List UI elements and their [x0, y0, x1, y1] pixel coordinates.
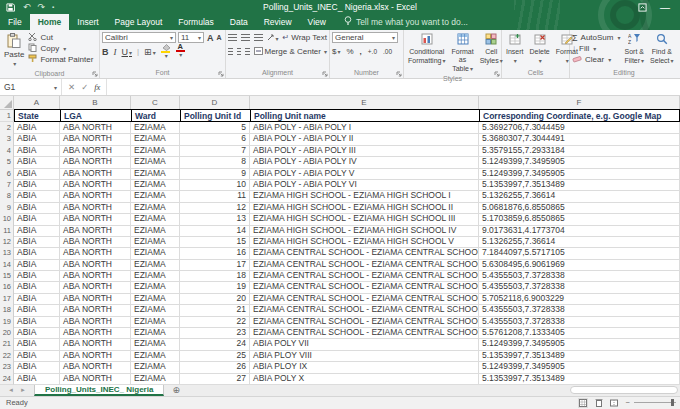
sheet-tab-active[interactable]: Polling_Units_INEC_ Nigeria	[34, 385, 164, 396]
ribbon-tab-file[interactable]: File	[0, 14, 30, 30]
font-color-icon[interactable]: A	[176, 44, 185, 59]
page-layout-view-icon[interactable]	[595, 399, 603, 407]
format-as-table-button[interactable]: Format as Table	[449, 32, 475, 74]
editing-group-label: Editing	[572, 68, 676, 78]
header-cell[interactable]: Ward	[131, 109, 180, 122]
paste-button[interactable]: Paste	[2, 32, 26, 69]
column-header-e[interactable]: E	[250, 96, 479, 110]
column-header-c[interactable]: C	[131, 96, 180, 110]
column-header-b[interactable]: B	[60, 96, 131, 110]
undo-icon[interactable]: ↶	[23, 2, 31, 12]
alignment-dialog-launcher-icon[interactable]	[322, 71, 328, 77]
shrink-font-icon[interactable]: A	[217, 34, 222, 42]
ribbon-tab-view[interactable]: View	[300, 14, 334, 30]
insert-function-icon[interactable]: fx	[94, 82, 100, 92]
ribbon-tab-data[interactable]: Data	[222, 14, 256, 30]
clear-button[interactable]: Clear	[572, 54, 621, 65]
align-top-icon[interactable]	[228, 34, 237, 41]
enter-icon[interactable]: ✓	[81, 82, 88, 92]
tell-me-box[interactable]: Tell me what you want to do...	[344, 16, 468, 30]
merge-center-button[interactable]: Merge & Center	[254, 46, 327, 57]
row-number[interactable]: 24	[0, 373, 14, 385]
grow-font-icon[interactable]: A	[207, 34, 214, 42]
column-header-f[interactable]: F	[479, 96, 680, 110]
percent-icon[interactable]: %	[346, 47, 353, 56]
italic-button[interactable]: I	[114, 47, 117, 57]
decrease-decimal-icon[interactable]: .00	[383, 48, 392, 55]
orientation-icon[interactable]	[267, 33, 279, 43]
save-icon[interactable]	[5, 2, 16, 13]
column-header-d[interactable]: D	[180, 96, 250, 110]
styles-dialog-launcher-icon[interactable]	[494, 71, 500, 77]
accounting-format-icon[interactable]: $	[332, 47, 340, 56]
number-format-combo[interactable]: General	[332, 32, 398, 43]
zoom-slider-handle[interactable]	[671, 399, 674, 406]
autosum-button[interactable]: Σ AutoSum	[572, 32, 621, 43]
sort-filter-button[interactable]: AZ Sort & Filter	[623, 32, 647, 68]
zoom-slider[interactable]: −	[626, 398, 676, 407]
ribbon-tab-home[interactable]: Home	[30, 14, 70, 30]
delete-cells-button[interactable]: Delete	[528, 32, 552, 68]
sheet-nav-left-icon[interactable]: ◄	[8, 387, 14, 393]
wrap-text-button[interactable]: ↵ Wrap Text	[283, 32, 327, 43]
bold-button[interactable]: B	[102, 47, 109, 57]
align-left-icon[interactable]	[228, 48, 233, 55]
ribbon-tab-formulas[interactable]: Formulas	[170, 14, 221, 30]
underline-button[interactable]: U	[122, 47, 133, 57]
ribbon-display-options-icon[interactable]	[637, 2, 648, 13]
sheet-nav-right-icon[interactable]: ►	[20, 387, 26, 393]
qat-customize-icon[interactable]: ▪	[52, 4, 54, 10]
align-middle-icon[interactable]	[241, 34, 250, 41]
cell-lga[interactable]: ABA NORTH	[60, 373, 131, 385]
cell-polling-unit-name[interactable]: ABIA POLY X	[250, 373, 479, 385]
align-right-icon[interactable]	[245, 48, 250, 55]
new-sheet-icon[interactable]: ⊕	[164, 385, 188, 396]
font-name-caret-icon	[169, 33, 173, 42]
select-all-corner[interactable]	[0, 96, 14, 110]
sheet-row: 8 ABIA ABA NORTH EZIAMA 11 EZIAMA HIGH S…	[0, 190, 680, 201]
zoom-out-icon[interactable]: −	[626, 398, 630, 407]
comma-style-icon[interactable]: ,	[360, 47, 362, 56]
cell-ward[interactable]: EZIAMA	[131, 373, 180, 385]
font-name-combo[interactable]: Calibri	[102, 32, 176, 43]
cancel-icon[interactable]: ✕	[68, 82, 75, 92]
tell-me-label: Tell me what you want to do...	[356, 17, 468, 27]
page-break-view-icon[interactable]	[610, 399, 618, 407]
increase-decimal-icon[interactable]: +.0	[368, 48, 377, 55]
conditional-formatting-button[interactable]: Conditional Formatting	[406, 32, 447, 74]
ribbon-tab-page-layout[interactable]: Page Layout	[107, 14, 171, 30]
insert-cells-button[interactable]: Insert	[504, 32, 526, 68]
borders-icon[interactable]: ⊞	[144, 47, 156, 57]
ribbon-tab-review[interactable]: Review	[256, 14, 300, 30]
align-bottom-icon[interactable]	[254, 34, 263, 41]
column-header-a[interactable]: A	[14, 96, 60, 110]
cell-polling-unit-id[interactable]: 27	[180, 373, 250, 385]
normal-view-icon[interactable]	[578, 398, 588, 408]
format-painter-button[interactable]: Format Painter	[28, 54, 93, 65]
name-box[interactable]: G1	[0, 79, 62, 95]
header-cell[interactable]: Corresponding Coordinate, e.g. Google Ma…	[479, 109, 680, 122]
clipboard-dialog-launcher-icon[interactable]	[92, 71, 98, 77]
font-dialog-launcher-icon[interactable]	[218, 71, 224, 77]
find-select-button[interactable]: Find & Select	[648, 32, 675, 68]
header-cell[interactable]: State	[14, 109, 60, 122]
cell-state[interactable]: ABIA	[14, 373, 60, 385]
formula-input[interactable]	[107, 79, 680, 95]
header-cell[interactable]: Polling Unit Id	[180, 109, 250, 122]
horizontal-scrollbar[interactable]	[570, 386, 678, 394]
copy-button[interactable]: Copy	[28, 43, 93, 54]
number-dialog-launcher-icon[interactable]	[396, 71, 402, 77]
align-center-icon[interactable]	[237, 48, 242, 55]
row-number[interactable]: 1	[0, 109, 14, 122]
redo-icon[interactable]: ↷	[38, 2, 46, 12]
ribbon-tab-insert[interactable]: Insert	[69, 14, 106, 30]
header-cell[interactable]: LGA	[60, 109, 131, 122]
minimize-icon[interactable]: —	[660, 2, 670, 13]
header-cell[interactable]: Polling Unit name	[250, 109, 479, 122]
cell-coordinate[interactable]: 5.1353997,7.3513489	[479, 373, 680, 385]
ribbon-group-font: Calibri 11 A A B I U | ⊞ A Font	[100, 30, 226, 78]
fill-button[interactable]: ↓ Fill	[572, 43, 621, 54]
cut-button[interactable]: Cut	[28, 32, 93, 43]
cell-styles-button[interactable]: Cell Styles	[478, 32, 505, 74]
fill-color-icon[interactable]	[161, 44, 171, 60]
